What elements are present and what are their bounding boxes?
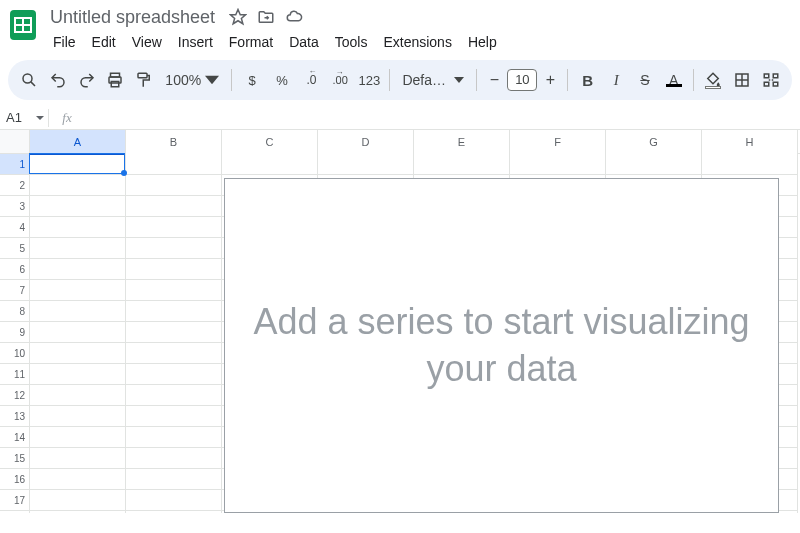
cell[interactable] bbox=[30, 406, 126, 427]
increase-decimal-button[interactable]: .00→ bbox=[327, 66, 354, 94]
font-size-increase[interactable]: + bbox=[539, 68, 561, 92]
cell[interactable] bbox=[126, 322, 222, 343]
column-header[interactable]: C bbox=[222, 130, 318, 154]
font-size-input[interactable]: 10 bbox=[507, 69, 537, 91]
sheets-logo[interactable] bbox=[10, 8, 36, 42]
column-header[interactable]: D bbox=[318, 130, 414, 154]
column-header[interactable]: H bbox=[702, 130, 798, 154]
menu-insert[interactable]: Insert bbox=[171, 30, 220, 54]
text-color-button[interactable]: A bbox=[660, 66, 687, 94]
cell[interactable] bbox=[126, 175, 222, 196]
decrease-decimal-button[interactable]: .0← bbox=[298, 66, 325, 94]
row-header[interactable]: 14 bbox=[0, 427, 29, 448]
cell[interactable] bbox=[30, 196, 126, 217]
cell[interactable] bbox=[126, 511, 222, 513]
italic-button[interactable]: I bbox=[603, 66, 630, 94]
cell[interactable] bbox=[318, 154, 414, 175]
row-header[interactable]: 9 bbox=[0, 322, 29, 343]
redo-icon[interactable] bbox=[73, 66, 100, 94]
menu-format[interactable]: Format bbox=[222, 30, 280, 54]
move-folder-icon[interactable] bbox=[257, 8, 275, 26]
menu-file[interactable]: File bbox=[46, 30, 83, 54]
chart-placeholder[interactable]: Add a series to start visualizing your d… bbox=[224, 178, 779, 513]
format-currency-button[interactable]: $ bbox=[238, 66, 266, 94]
cell[interactable] bbox=[30, 448, 126, 469]
row-header[interactable]: 2 bbox=[0, 175, 29, 196]
cell[interactable] bbox=[126, 385, 222, 406]
cell[interactable] bbox=[30, 511, 126, 513]
undo-icon[interactable] bbox=[45, 66, 72, 94]
row-header[interactable]: 12 bbox=[0, 385, 29, 406]
paint-format-icon[interactable] bbox=[131, 66, 158, 94]
format-percent-button[interactable]: % bbox=[268, 66, 296, 94]
row-header[interactable]: 5 bbox=[0, 238, 29, 259]
document-title[interactable]: Untitled spreadsheet bbox=[46, 6, 219, 29]
cell[interactable] bbox=[126, 196, 222, 217]
menu-edit[interactable]: Edit bbox=[85, 30, 123, 54]
cell[interactable] bbox=[30, 364, 126, 385]
cell[interactable] bbox=[126, 154, 222, 175]
cell[interactable] bbox=[30, 385, 126, 406]
row-header[interactable]: 11 bbox=[0, 364, 29, 385]
cell[interactable] bbox=[702, 154, 798, 175]
row-header[interactable]: 6 bbox=[0, 259, 29, 280]
row-header[interactable]: 8 bbox=[0, 301, 29, 322]
row-header[interactable]: 18 bbox=[0, 511, 29, 513]
zoom-select[interactable]: 100% bbox=[159, 72, 225, 88]
formula-input[interactable] bbox=[85, 106, 800, 129]
cell[interactable] bbox=[126, 406, 222, 427]
cell[interactable] bbox=[126, 448, 222, 469]
row-header[interactable]: 3 bbox=[0, 196, 29, 217]
menu-help[interactable]: Help bbox=[461, 30, 504, 54]
cell[interactable] bbox=[222, 154, 318, 175]
cell[interactable] bbox=[126, 280, 222, 301]
cell[interactable] bbox=[606, 154, 702, 175]
strikethrough-button[interactable]: S bbox=[632, 66, 659, 94]
cell[interactable] bbox=[30, 490, 126, 511]
cell[interactable] bbox=[126, 301, 222, 322]
cell[interactable] bbox=[126, 238, 222, 259]
name-box[interactable]: A1 bbox=[0, 106, 48, 130]
merge-cells-button[interactable] bbox=[757, 66, 784, 94]
row-header[interactable]: 15 bbox=[0, 448, 29, 469]
cell[interactable] bbox=[510, 154, 606, 175]
cell[interactable] bbox=[30, 322, 126, 343]
more-formats-button[interactable]: 123 bbox=[355, 66, 383, 94]
row-header[interactable]: 17 bbox=[0, 490, 29, 511]
column-header[interactable]: E bbox=[414, 130, 510, 154]
cell[interactable] bbox=[126, 427, 222, 448]
cell[interactable] bbox=[30, 301, 126, 322]
font-size-decrease[interactable]: − bbox=[483, 68, 505, 92]
row-header[interactable]: 7 bbox=[0, 280, 29, 301]
fill-color-button[interactable] bbox=[700, 66, 727, 94]
search-menus-icon[interactable] bbox=[16, 66, 43, 94]
cloud-status-icon[interactable] bbox=[285, 8, 303, 26]
column-header[interactable]: G bbox=[606, 130, 702, 154]
cell[interactable] bbox=[30, 343, 126, 364]
menu-data[interactable]: Data bbox=[282, 30, 326, 54]
print-icon[interactable] bbox=[102, 66, 129, 94]
column-header[interactable]: B bbox=[126, 130, 222, 154]
row-header[interactable]: 10 bbox=[0, 343, 29, 364]
cell[interactable] bbox=[414, 154, 510, 175]
cell[interactable] bbox=[30, 217, 126, 238]
row-header[interactable]: 4 bbox=[0, 217, 29, 238]
bold-button[interactable]: B bbox=[574, 66, 601, 94]
cell[interactable] bbox=[126, 217, 222, 238]
row-header[interactable]: 16 bbox=[0, 469, 29, 490]
cell[interactable] bbox=[30, 280, 126, 301]
cell[interactable] bbox=[30, 427, 126, 448]
column-header[interactable]: F bbox=[510, 130, 606, 154]
star-icon[interactable] bbox=[229, 8, 247, 26]
menu-extensions[interactable]: Extensions bbox=[376, 30, 458, 54]
font-select[interactable]: Defaul... bbox=[396, 72, 470, 88]
cell[interactable] bbox=[126, 490, 222, 511]
menu-tools[interactable]: Tools bbox=[328, 30, 375, 54]
cell[interactable] bbox=[30, 469, 126, 490]
cell[interactable] bbox=[126, 259, 222, 280]
row-header[interactable]: 1 bbox=[0, 154, 29, 175]
column-header[interactable]: A bbox=[30, 130, 126, 154]
cell[interactable] bbox=[30, 259, 126, 280]
menu-view[interactable]: View bbox=[125, 30, 169, 54]
cell[interactable] bbox=[126, 343, 222, 364]
